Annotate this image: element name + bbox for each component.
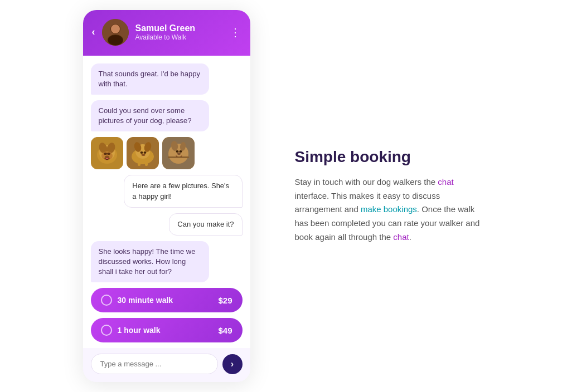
desc-bookings: make bookings: [361, 204, 417, 214]
avatar: [102, 19, 129, 46]
svg-point-29: [179, 150, 182, 153]
send-button[interactable]: ›: [222, 354, 243, 374]
chat-input-row: ›: [83, 348, 250, 382]
header-info: Samuel Green Available to Walk: [135, 23, 223, 41]
svg-point-12: [107, 153, 110, 155]
svg-point-19: [140, 151, 143, 154]
booking-30min[interactable]: 30 minute walk $29: [91, 288, 243, 312]
page-container: ‹ Samuel Green Available to Walk ⋮: [0, 0, 567, 392]
svg-point-13: [105, 156, 109, 159]
send-icon: ›: [231, 359, 234, 369]
svg-rect-22: [138, 159, 140, 166]
svg-point-21: [141, 154, 145, 156]
booking-30min-label: 30 minute walk: [118, 296, 213, 305]
right-title: Simple booking: [295, 148, 484, 166]
svg-point-11: [104, 153, 107, 155]
svg-point-3: [111, 24, 120, 33]
svg-point-28: [176, 150, 178, 153]
back-button[interactable]: ‹: [92, 26, 95, 38]
booking-1hour-label: 1 hour walk: [118, 326, 213, 335]
message-2: Could you send over some pictures of you…: [91, 100, 209, 131]
dog-photo-1: [91, 137, 123, 169]
svg-point-30: [177, 153, 181, 155]
right-panel: Simple booking Stay in touch with our do…: [295, 148, 484, 244]
message-input[interactable]: [91, 354, 218, 374]
radio-30min: [101, 295, 112, 306]
svg-rect-31: [168, 156, 189, 158]
message-1: That sounds great. I'd be happy with tha…: [91, 63, 209, 95]
chat-body: That sounds great. I'd be happy with tha…: [83, 56, 250, 349]
message-5: She looks happy! The time we discussed w…: [91, 241, 209, 283]
dog-photos-row: [91, 137, 195, 169]
walker-name: Samuel Green: [135, 23, 223, 33]
booking-30min-price: $29: [218, 296, 232, 305]
desc-chat-2: chat: [393, 232, 409, 242]
svg-point-4: [108, 35, 123, 45]
radio-1hour: [101, 325, 112, 336]
dog-photo-2: [127, 137, 159, 169]
desc-chat-1: chat: [438, 177, 453, 187]
svg-rect-23: [145, 159, 148, 166]
svg-point-20: [143, 151, 146, 154]
phone-mockup: ‹ Samuel Green Available to Walk ⋮: [83, 10, 250, 383]
chat-header: ‹ Samuel Green Available to Walk ⋮: [83, 10, 250, 56]
booking-1hour-price: $49: [218, 326, 232, 335]
dog-photo-3: [162, 137, 195, 169]
walker-status: Available to Walk: [135, 33, 223, 41]
booking-1hour[interactable]: 1 hour walk $49: [91, 318, 243, 342]
message-3: Here are a few pictures. She's a happy g…: [124, 175, 242, 207]
right-description: Stay in touch with our dog walkers the c…: [295, 175, 484, 244]
more-options-icon[interactable]: ⋮: [230, 26, 241, 39]
message-4: Can you make it?: [169, 213, 242, 236]
